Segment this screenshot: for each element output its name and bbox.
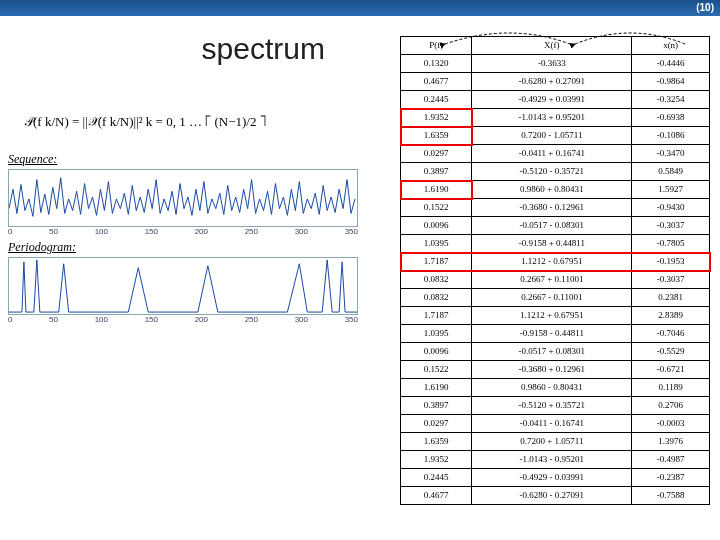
table-row: 0.3897-0.5120 + 0.357210.2706	[401, 397, 710, 415]
cell-xn: -0.1953	[632, 253, 710, 271]
cell-xn: -0.7588	[632, 487, 710, 505]
cell-x: -0.6280 + 0.27091	[472, 73, 632, 91]
cell-p: 0.1320	[401, 55, 472, 73]
table-row: 0.08320.2667 + 0.11001-0.3037	[401, 271, 710, 289]
table-row: 1.71871.1212 - 0.67951-0.1953	[401, 253, 710, 271]
cell-xn: -0.4987	[632, 451, 710, 469]
periodogram-formula: 𝒫(f k/N) = ||𝒳(f k/N)||² k = 0, 1 … ⌈ (N…	[24, 114, 363, 130]
table-body: 0.1320-0.3633-0.44460.4677-0.6280 + 0.27…	[401, 55, 710, 505]
cell-p: 0.2445	[401, 469, 472, 487]
left-column: spectrum 𝒫(f k/N) = ||𝒳(f k/N)||² k = 0,…	[0, 16, 369, 540]
cell-xn: 0.2381	[632, 289, 710, 307]
cell-x: 1.1212 + 0.67951	[472, 307, 632, 325]
cell-p: 0.0096	[401, 343, 472, 361]
cell-p: 1.6190	[401, 379, 472, 397]
axis-tick: 300	[295, 227, 308, 236]
table-row: 1.61900.9860 - 0.804310.1189	[401, 379, 710, 397]
cell-p: 0.0096	[401, 217, 472, 235]
cell-p: 0.3897	[401, 397, 472, 415]
right-column: P(f) X(f) x(n) 0.1320-0.3633-0.44460.467…	[369, 16, 720, 540]
table-header-row: P(f) X(f) x(n)	[401, 37, 710, 55]
slide-body: spectrum 𝒫(f k/N) = ||𝒳(f k/N)||² k = 0,…	[0, 16, 720, 540]
cell-xn: -0.5529	[632, 343, 710, 361]
cell-x: -0.4929 - 0.03991	[472, 469, 632, 487]
cell-x: 0.7200 + 1.05711	[472, 433, 632, 451]
cell-xn: -0.9430	[632, 199, 710, 217]
axis-tick: 350	[345, 227, 358, 236]
cell-x: -0.5120 - 0.35721	[472, 163, 632, 181]
col-header-x: X(f)	[472, 37, 632, 55]
table-row: 0.0096-0.0517 + 0.08301-0.5529	[401, 343, 710, 361]
cell-p: 1.6359	[401, 433, 472, 451]
cell-x: -0.9158 - 0.44811	[472, 325, 632, 343]
cell-x: -0.4929 + 0.03991	[472, 91, 632, 109]
cell-x: -0.0411 - 0.16741	[472, 415, 632, 433]
axis-tick: 0	[8, 227, 12, 236]
col-header-xn: x(n)	[632, 37, 710, 55]
cell-xn: 0.5849	[632, 163, 710, 181]
cell-x: 0.2667 - 0.11001	[472, 289, 632, 307]
cell-p: 0.4677	[401, 487, 472, 505]
axis-tick: 50	[49, 227, 58, 236]
cell-p: 1.6359	[401, 127, 472, 145]
table-row: 0.08320.2667 - 0.110010.2381	[401, 289, 710, 307]
cell-xn: -0.1086	[632, 127, 710, 145]
cell-p: 1.6190	[401, 181, 472, 199]
axis-tick: 150	[145, 227, 158, 236]
cell-x: 1.1212 - 0.67951	[472, 253, 632, 271]
table-row: 1.0395-0.9158 - 0.44811-0.7046	[401, 325, 710, 343]
sequence-line	[9, 178, 355, 217]
table-row: 0.1522-0.3680 + 0.12961-0.6721	[401, 361, 710, 379]
cell-xn: -0.3470	[632, 145, 710, 163]
cell-xn: -0.3037	[632, 271, 710, 289]
cell-xn: -0.3254	[632, 91, 710, 109]
cell-xn: 1.3976	[632, 433, 710, 451]
page-number: (10)	[696, 0, 714, 16]
table-row: 0.2445-0.4929 - 0.03991-0.2387	[401, 469, 710, 487]
cell-p: 0.0297	[401, 145, 472, 163]
cell-x: -1.0143 - 0.95201	[472, 451, 632, 469]
cell-x: -0.0517 - 0.08301	[472, 217, 632, 235]
table-row: 0.3897-0.5120 - 0.357210.5849	[401, 163, 710, 181]
periodogram-plot	[8, 257, 358, 315]
title-bar: (10)	[0, 0, 720, 16]
cell-xn: 0.2706	[632, 397, 710, 415]
sequence-plot	[8, 169, 358, 227]
cell-xn: -0.3037	[632, 217, 710, 235]
cell-p: 0.4677	[401, 73, 472, 91]
cell-x: -0.3680 - 0.12961	[472, 199, 632, 217]
cell-xn: -0.7046	[632, 325, 710, 343]
cell-xn: 2.8389	[632, 307, 710, 325]
table-row: 1.61900.9860 + 0.804311.5927	[401, 181, 710, 199]
cell-p: 0.0297	[401, 415, 472, 433]
cell-p: 0.1522	[401, 199, 472, 217]
axis-tick: 200	[195, 227, 208, 236]
table-row: 1.63590.7200 - 1.05711-0.1086	[401, 127, 710, 145]
table-row: 0.4677-0.6280 + 0.27091-0.9864	[401, 73, 710, 91]
cell-x: 0.2667 + 0.11001	[472, 271, 632, 289]
periodogram-line	[9, 260, 357, 312]
cell-p: 1.9352	[401, 451, 472, 469]
cell-xn: -0.0003	[632, 415, 710, 433]
axis-tick: 350	[345, 315, 358, 324]
table-row: 1.0395-0.9158 + 0.44811-0.7805	[401, 235, 710, 253]
axis-tick: 0	[8, 315, 12, 324]
cell-xn: 1.5927	[632, 181, 710, 199]
col-header-p: P(f)	[401, 37, 472, 55]
cell-p: 0.0832	[401, 271, 472, 289]
axis-tick: 200	[195, 315, 208, 324]
table-row: 0.0297-0.0411 + 0.16741-0.3470	[401, 145, 710, 163]
table-row: 1.71871.1212 + 0.679512.8389	[401, 307, 710, 325]
cell-p: 1.7187	[401, 253, 472, 271]
cell-x: -0.3680 + 0.12961	[472, 361, 632, 379]
cell-x: 0.7200 - 1.05711	[472, 127, 632, 145]
table-row: 1.63590.7200 + 1.057111.3976	[401, 433, 710, 451]
cell-p: 1.9352	[401, 109, 472, 127]
cell-x: -0.9158 + 0.44811	[472, 235, 632, 253]
axis-tick: 100	[95, 315, 108, 324]
periodogram-label: Periodogram:	[8, 240, 363, 255]
sequence-label: Sequence:	[8, 152, 363, 167]
cell-x: 0.9860 - 0.80431	[472, 379, 632, 397]
page-title: spectrum	[164, 32, 363, 66]
data-table: P(f) X(f) x(n) 0.1320-0.3633-0.44460.467…	[400, 36, 710, 505]
